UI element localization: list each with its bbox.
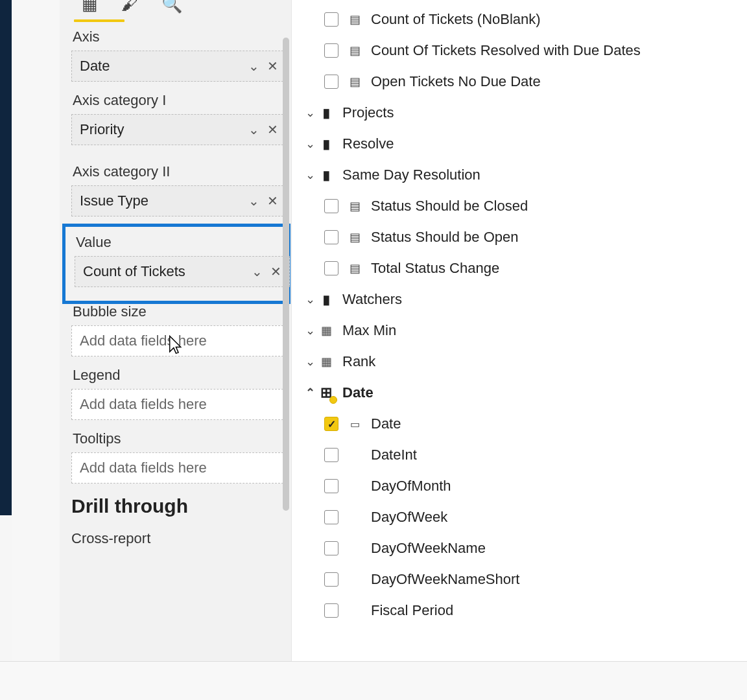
field-row[interactable]: DayOfWeekName bbox=[292, 533, 747, 564]
visualization-field-wells-panel: ▦ 🖌 🔍 Axis Date ⌄ ✕ Axis category I Prio… bbox=[60, 0, 292, 661]
field-row[interactable]: Open Tickets No Due Date bbox=[292, 66, 747, 97]
field-row[interactable]: Status Should be Open bbox=[292, 222, 747, 253]
field-checkbox[interactable] bbox=[324, 510, 338, 524]
chevron-down-icon[interactable]: ⌄ bbox=[301, 323, 319, 338]
field-label: DayOfMonth bbox=[371, 478, 451, 495]
chevron-down-icon[interactable]: ⌄ bbox=[248, 122, 259, 137]
folder-icon bbox=[319, 136, 333, 152]
chevron-down-icon[interactable]: ⌄ bbox=[301, 137, 319, 151]
field-checkbox[interactable]: ✓ bbox=[324, 417, 338, 431]
field-checkbox[interactable] bbox=[324, 261, 338, 275]
folder-row[interactable]: ⌄ Watchers bbox=[292, 284, 747, 315]
tooltips-well[interactable]: Add data fields here bbox=[71, 452, 287, 484]
legend-well-placeholder: Add data fields here bbox=[80, 396, 207, 413]
tooltips-well-label: Tooltips bbox=[73, 430, 285, 447]
chevron-down-icon[interactable]: ⌄ bbox=[301, 292, 319, 307]
field-row[interactable]: DayOfMonth bbox=[292, 471, 747, 502]
cross-report-label: Cross-report bbox=[71, 530, 285, 547]
field-label: Total Status Change bbox=[371, 260, 499, 277]
tooltips-well-placeholder: Add data fields here bbox=[80, 460, 207, 476]
measure-icon bbox=[348, 43, 362, 58]
status-bar bbox=[0, 661, 747, 700]
folder-row[interactable]: ⌄ Same Day Resolution bbox=[292, 159, 747, 191]
chevron-down-icon[interactable]: ⌄ bbox=[301, 106, 319, 120]
field-row[interactable]: DayOfWeek bbox=[292, 502, 747, 533]
chevron-down-icon[interactable]: ⌄ bbox=[252, 264, 263, 279]
chevron-down-icon[interactable]: ⌄ bbox=[248, 193, 259, 209]
field-row[interactable]: ✓Date bbox=[292, 408, 747, 439]
chevron-down-icon[interactable]: ⌄ bbox=[248, 58, 259, 74]
axis-cat2-well-label: Axis category II bbox=[73, 163, 285, 180]
folder-icon bbox=[319, 292, 333, 307]
field-checkbox[interactable] bbox=[324, 541, 338, 555]
folder-icon bbox=[319, 167, 333, 183]
folder-icon bbox=[319, 105, 333, 121]
legend-well-label: Legend bbox=[73, 367, 285, 384]
field-label: Max Min bbox=[342, 322, 396, 339]
field-checkbox[interactable] bbox=[324, 448, 338, 462]
field-checkbox[interactable] bbox=[324, 43, 338, 58]
field-checkbox[interactable] bbox=[324, 479, 338, 493]
analytics-tab-icon[interactable]: 🔍 bbox=[161, 0, 182, 14]
folder-label: Same Day Resolution bbox=[342, 167, 480, 183]
axis-well-value: Date bbox=[80, 58, 110, 75]
measure-row[interactable]: ⌄ Max Min bbox=[292, 315, 747, 346]
field-checkbox[interactable] bbox=[324, 230, 338, 244]
canvas-area bbox=[12, 0, 60, 661]
folder-label: Resolve bbox=[342, 135, 394, 152]
measure-icon bbox=[319, 323, 333, 338]
field-label: Date bbox=[371, 415, 401, 432]
field-row[interactable]: Count of Tickets (NoBlank) bbox=[292, 4, 747, 35]
field-row[interactable]: Fiscal Period bbox=[292, 595, 747, 626]
field-label: DayOfWeek bbox=[371, 509, 447, 526]
field-checkbox[interactable] bbox=[324, 75, 338, 89]
folder-row[interactable]: ⌄ Resolve bbox=[292, 128, 747, 159]
field-label: Open Tickets No Due Date bbox=[371, 73, 541, 90]
value-well[interactable]: Count of Tickets ⌄ ✕ bbox=[75, 256, 290, 287]
value-well-value: Count of Tickets bbox=[83, 263, 185, 280]
active-tab-underline bbox=[74, 19, 124, 22]
fields-tab-icon[interactable]: ▦ bbox=[82, 0, 98, 14]
legend-well[interactable]: Add data fields here bbox=[71, 389, 287, 420]
bubble-well[interactable]: Add data fields here bbox=[71, 325, 287, 356]
field-row[interactable]: DateInt bbox=[292, 439, 747, 471]
drill-through-heading: Drill through bbox=[71, 495, 285, 517]
remove-field-icon[interactable]: ✕ bbox=[270, 264, 281, 279]
chevron-down-icon[interactable]: ⌄ bbox=[301, 355, 319, 369]
folder-row[interactable]: ⌄ Projects bbox=[292, 97, 747, 128]
folder-label: Watchers bbox=[342, 291, 402, 308]
field-checkbox[interactable] bbox=[324, 199, 338, 213]
remove-field-icon[interactable]: ✕ bbox=[267, 193, 278, 209]
field-label: DateInt bbox=[371, 447, 417, 463]
column-icon bbox=[348, 418, 362, 430]
field-row[interactable]: Status Should be Closed bbox=[292, 191, 747, 222]
axis-cat2-well[interactable]: Issue Type ⌄ ✕ bbox=[71, 185, 287, 216]
table-row[interactable]: ⌃ Date bbox=[292, 377, 747, 408]
measure-row[interactable]: ⌄ Rank bbox=[292, 346, 747, 377]
bubble-well-placeholder: Add data fields here bbox=[80, 332, 207, 349]
field-checkbox[interactable] bbox=[324, 12, 338, 27]
axis-cat1-well[interactable]: Priority ⌄ ✕ bbox=[71, 114, 287, 145]
axis-cat2-well-value: Issue Type bbox=[80, 192, 148, 209]
chevron-down-icon[interactable]: ⌄ bbox=[301, 168, 319, 182]
remove-field-icon[interactable]: ✕ bbox=[267, 122, 278, 137]
folder-label: Projects bbox=[342, 104, 394, 121]
canvas-nav-strip bbox=[0, 0, 12, 515]
value-well-highlight: Value Count of Tickets ⌄ ✕ bbox=[62, 224, 290, 304]
field-checkbox[interactable] bbox=[324, 603, 338, 618]
field-label: DayOfWeekNameShort bbox=[371, 571, 519, 588]
field-row[interactable]: Count Of Tickets Resolved with Due Dates bbox=[292, 35, 747, 66]
fields-panel: Count of Tickets (NoBlank) Count Of Tick… bbox=[292, 0, 747, 661]
field-row[interactable]: Total Status Change bbox=[292, 253, 747, 284]
format-tab-icon[interactable]: 🖌 bbox=[121, 0, 138, 14]
field-row[interactable]: DayOfWeekNameShort bbox=[292, 564, 747, 595]
remove-field-icon[interactable]: ✕ bbox=[267, 58, 278, 74]
table-icon bbox=[319, 384, 333, 401]
measure-icon bbox=[348, 12, 362, 27]
scrollbar-thumb[interactable] bbox=[283, 38, 289, 511]
chevron-up-icon[interactable]: ⌃ bbox=[301, 386, 319, 400]
table-label: Date bbox=[342, 384, 374, 401]
field-checkbox[interactable] bbox=[324, 572, 338, 587]
axis-well[interactable]: Date ⌄ ✕ bbox=[71, 51, 287, 82]
field-label: Fiscal Period bbox=[371, 602, 453, 619]
